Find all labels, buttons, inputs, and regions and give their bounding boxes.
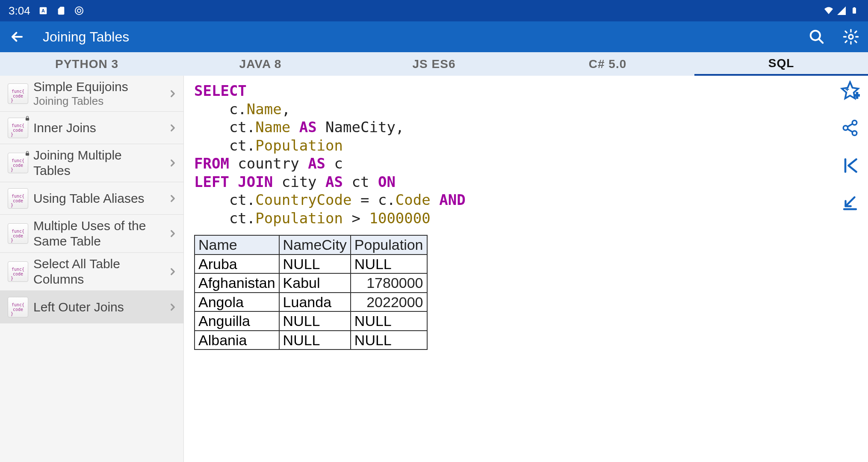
table-cell: NULL: [351, 255, 427, 274]
svg-text:A: A: [41, 8, 45, 13]
share-button[interactable]: [840, 118, 860, 138]
svg-text:+: +: [854, 89, 860, 100]
chevron-right-icon: [167, 122, 178, 133]
svg-rect-4: [853, 7, 855, 8]
search-button[interactable]: [808, 28, 825, 45]
table-cell: Albania: [195, 331, 279, 350]
table-cell: NULL: [279, 331, 351, 350]
keyboard-icon: A: [38, 6, 48, 16]
tab-python-3[interactable]: PYTHON 3: [0, 52, 174, 76]
svg-rect-3: [853, 8, 856, 13]
tab-sql[interactable]: SQL: [694, 52, 868, 76]
sd-card-icon: [56, 6, 66, 16]
wifi-icon: [824, 6, 834, 16]
table-header: Population: [351, 235, 427, 255]
topic-sidebar[interactable]: }Simple EquijoinsJoining Tables}Inner Jo…: [0, 76, 184, 462]
code-file-icon: }: [8, 261, 28, 282]
code-file-icon: }: [8, 297, 28, 317]
table-header: NameCity: [279, 235, 351, 255]
svg-rect-7: [26, 118, 29, 120]
table-cell: NULL: [279, 255, 351, 274]
sidebar-item-title: Inner Joins: [33, 120, 162, 136]
sidebar-item-joining-multiple-tables[interactable]: }Joining Multiple Tables: [0, 144, 183, 182]
code-file-icon: }: [8, 118, 28, 138]
chevron-right-icon: [167, 266, 178, 277]
sidebar-item-simple-equijoins[interactable]: }Simple EquijoinsJoining Tables: [0, 76, 183, 112]
language-tabs: PYTHON 3JAVA 8JS ES6C# 5.0SQL: [0, 52, 868, 76]
settings-button[interactable]: [842, 28, 859, 45]
lock-icon: [24, 151, 30, 157]
chevron-right-icon: [167, 88, 178, 99]
table-row: ArubaNULLNULL: [195, 255, 427, 274]
tab-c-5-0[interactable]: C# 5.0: [521, 52, 694, 76]
sidebar-item-select-all-table-columns[interactable]: }Select All Table Columns: [0, 253, 183, 291]
code-file-icon: }: [8, 188, 28, 209]
sidebar-item-title: Multiple Uses of the Same Table: [33, 218, 162, 249]
svg-point-11: [843, 126, 848, 130]
svg-point-12: [852, 131, 857, 136]
tab-java-8[interactable]: JAVA 8: [174, 52, 347, 76]
table-cell: Kabul: [279, 273, 351, 293]
table-cell: Afghanistan: [195, 273, 279, 293]
sidebar-item-title: Select All Table Columns: [33, 256, 162, 287]
table-cell: Aruba: [195, 255, 279, 274]
table-row: AfghanistanKabul1780000: [195, 273, 427, 293]
star-add-button[interactable]: +: [840, 80, 860, 101]
code-file-icon: }: [8, 153, 28, 173]
sidebar-item-inner-joins[interactable]: }Inner Joins: [0, 112, 183, 144]
sidebar-item-subtitle: Joining Tables: [33, 95, 162, 108]
table-cell: Angola: [195, 293, 279, 312]
page-title: Joining Tables: [43, 29, 791, 45]
lock-icon: [24, 116, 30, 121]
code-file-icon: }: [8, 223, 28, 244]
svg-rect-8: [26, 153, 29, 156]
code-file-icon: }: [8, 83, 28, 104]
tab-js-es6[interactable]: JS ES6: [347, 52, 521, 76]
go-start-button[interactable]: [840, 155, 860, 176]
table-cell: Anguilla: [195, 311, 279, 331]
svg-point-2: [75, 7, 83, 15]
sidebar-item-title: Left Outer Joins: [33, 299, 162, 315]
sidebar-item-left-outer-joins[interactable]: }Left Outer Joins: [0, 291, 183, 323]
sidebar-item-multiple-uses-of-the-same-table[interactable]: }Multiple Uses of the Same Table: [0, 215, 183, 253]
table-row: AngolaLuanda2022000: [195, 293, 427, 312]
table-row: AlbaniaNULLNULL: [195, 331, 427, 350]
svg-point-10: [852, 121, 857, 125]
table-cell: Luanda: [279, 293, 351, 312]
back-button[interactable]: [9, 28, 26, 45]
chevron-right-icon: [167, 193, 178, 204]
sidebar-item-title: Using Table Aliases: [33, 191, 162, 206]
table-header: Name: [195, 235, 279, 255]
app-bar: Joining Tables: [0, 21, 868, 52]
content-pane: SELECT c.Name, ct.Name AS NameCity, ct.P…: [184, 76, 868, 462]
status-bar: 3:04 A: [0, 0, 868, 21]
table-cell: 2022000: [351, 293, 427, 312]
table-cell: NULL: [279, 311, 351, 331]
sidebar-item-title: Simple Equijoins: [33, 79, 162, 95]
table-cell: NULL: [351, 331, 427, 350]
sidebar-item-using-table-aliases[interactable]: }Using Table Aliases: [0, 182, 183, 215]
table-row: AnguillaNULLNULL: [195, 311, 427, 331]
svg-point-6: [849, 35, 853, 39]
table-cell: 1780000: [351, 273, 427, 293]
result-table: NameNameCityPopulationArubaNULLNULLAfgha…: [194, 235, 428, 350]
battery-icon: [849, 6, 859, 16]
sync-off-icon: [74, 6, 84, 16]
chevron-right-icon: [167, 157, 178, 169]
chevron-right-icon: [167, 302, 178, 313]
table-cell: NULL: [351, 311, 427, 331]
sidebar-item-title: Joining Multiple Tables: [33, 148, 162, 178]
sql-code-block: SELECT c.Name, ct.Name AS NameCity, ct.P…: [194, 82, 858, 227]
status-time: 3:04: [9, 4, 30, 18]
go-bottom-button[interactable]: [840, 193, 860, 213]
signal-icon: [836, 6, 847, 16]
chevron-right-icon: [167, 228, 178, 239]
